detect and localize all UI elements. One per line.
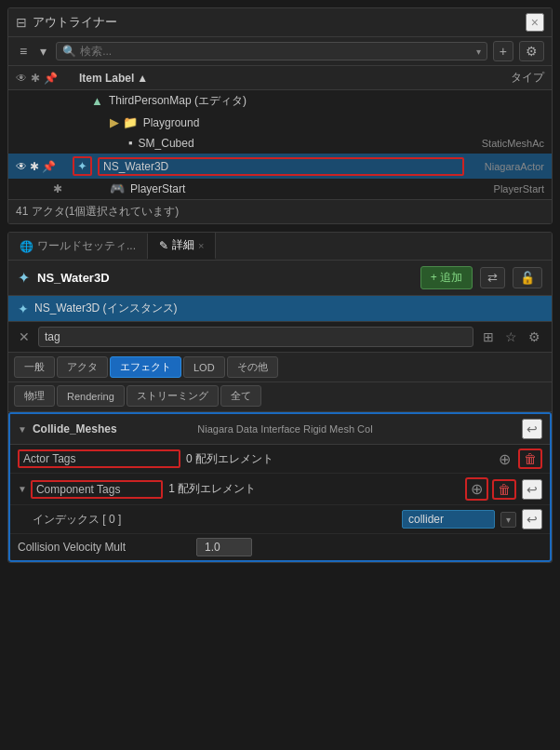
component-tags-actions: ⊕ 🗑: [465, 477, 516, 501]
component-tags-row: ▼ Component Tags 1 配列エレメント ⊕ 🗑 ↩: [10, 474, 550, 505]
index-0-dropdown[interactable]: ▾: [500, 512, 516, 528]
tree-item-type: PlayerStart: [470, 183, 544, 194]
pin-col-icon: 📌: [44, 72, 58, 85]
add-component-button[interactable]: + 追加: [420, 266, 473, 289]
section-collapse-arrow[interactable]: ▼: [18, 424, 27, 435]
details-tab-close-button[interactable]: ×: [198, 240, 204, 251]
section-type: Niagara Data Interface Rigid Mesh Col: [197, 423, 516, 435]
tab-details[interactable]: ✎ 詳細 ×: [148, 233, 216, 260]
tab-all[interactable]: 全て: [220, 385, 261, 407]
search-icon: 🔍: [62, 45, 76, 58]
outliner-toolbar: ≡ ▾ 🔍 ▾ + ⚙: [8, 37, 552, 66]
instance-bar[interactable]: ✦ NS_Water3D (インスタンス): [8, 296, 552, 322]
collision-velocity-row: Collision Velocity Mult 1.0: [10, 534, 550, 560]
component-tags-collapse[interactable]: ▼: [18, 484, 27, 494]
create-actor-button[interactable]: +: [493, 41, 513, 61]
actor-tags-add-button[interactable]: ⊕: [495, 449, 514, 469]
component-icon: ✦: [18, 269, 30, 287]
outliner-status-bar: 41 アクタ(1個選択されています): [8, 199, 552, 223]
component-name: NS_Water3D: [37, 271, 413, 285]
details-star-button[interactable]: ☆: [501, 328, 521, 346]
settings-button[interactable]: ⚙: [519, 41, 544, 61]
tree-item-label: ThirdPersonMap (エディタ): [109, 93, 464, 109]
star-icon: ✱: [30, 160, 39, 173]
tree-item-smcubed[interactable]: ▪ SM_Cubed StaticMeshAc: [8, 133, 552, 154]
index-0-row: インデックス [ 0 ] ▾ ↩: [10, 505, 550, 534]
outliner-column-headers: 👁 ✱ 📌 Item Label ▲ タイプ: [8, 66, 552, 90]
world-settings-icon: 🌐: [20, 240, 33, 253]
section-label: Collide_Meshes: [33, 422, 192, 435]
outliner-close-button[interactable]: ×: [526, 13, 544, 32]
details-panel: 🌐 ワールドセッティ... ✎ 詳細 × ✦ NS_Water3D + 追加 ⇄…: [7, 232, 553, 563]
outliner-panel: ⊟ アウトライナー × ≡ ▾ 🔍 ▾ + ⚙ 👁 ✱ 📌 Item Label…: [7, 7, 553, 224]
outliner-tree: ▲ ThirdPersonMap (エディタ) ▶ 📁 Playground ▪…: [8, 90, 552, 199]
tab-lod[interactable]: LOD: [183, 356, 225, 378]
properties-area: ▼ Collide_Meshes Niagara Data Interface …: [8, 412, 552, 562]
tree-item-nswater3d[interactable]: 👁 ✱ 📌 ✦ NS_Water3D NiagaraActor: [8, 154, 552, 179]
search-clear-button[interactable]: ✕: [16, 329, 33, 344]
mesh-icon: ▪: [128, 136, 133, 150]
details-search-row: ✕ ⊞ ☆ ⚙: [8, 322, 552, 353]
details-settings-button[interactable]: ⚙: [525, 328, 544, 346]
tab-effect[interactable]: エフェクト: [110, 356, 181, 378]
tab-general[interactable]: 一般: [14, 356, 55, 378]
tree-item-label: SM_Cubed: [139, 137, 464, 150]
type-header[interactable]: タイプ: [470, 70, 544, 86]
tree-item-type: NiagaraActor: [470, 161, 544, 172]
component-tags-reset[interactable]: ↩: [522, 479, 542, 500]
tab-actor[interactable]: アクタ: [57, 356, 108, 378]
outliner-titlebar: ⊟ アウトライナー ×: [8, 8, 552, 37]
search-actions: ⊞ ☆ ⚙: [479, 328, 544, 346]
actor-tags-actions: ⊕ 🗑: [495, 449, 542, 469]
collision-velocity-number: 1.0: [205, 541, 220, 554]
tab-world-settings[interactable]: 🌐 ワールドセッティ...: [8, 234, 148, 259]
section-header-collide-meshes: ▼ Collide_Meshes Niagara Data Interface …: [10, 414, 550, 445]
tab-streaming[interactable]: ストリーミング: [127, 385, 219, 407]
actor-tags-delete-button[interactable]: 🗑: [518, 449, 542, 469]
details-tab-bar: 🌐 ワールドセッティ... ✎ 詳細 ×: [8, 233, 552, 261]
outliner-title: アウトライナー: [33, 14, 520, 31]
tree-item-label: Playground: [143, 116, 464, 129]
outliner-search-input[interactable]: [80, 45, 473, 58]
visibility-col-icon: 👁: [16, 72, 27, 85]
world-map-icon: ▲: [91, 94, 103, 108]
section-reset-button[interactable]: ↩: [522, 419, 542, 439]
details-tab-icon: ✎: [159, 239, 168, 252]
details-grid-button[interactable]: ⊞: [479, 328, 498, 346]
item-label-header[interactable]: Item Label ▲: [79, 72, 462, 85]
tab-physics[interactable]: 物理: [14, 385, 55, 407]
component-tags-add-button[interactable]: ⊕: [465, 477, 488, 501]
component-tags-label: Component Tags: [31, 480, 163, 499]
category-tabs-row1: 一般 アクタ エフェクト LOD その他: [8, 353, 552, 382]
index-0-label: インデックス [ 0 ]: [33, 512, 396, 528]
dropdown-toggle-button[interactable]: ▾: [36, 42, 50, 60]
row-icons: ✱: [53, 182, 104, 195]
outliner-search-container: 🔍 ▾: [56, 42, 487, 60]
search-dropdown-button[interactable]: ▾: [476, 47, 481, 57]
tab-rendering[interactable]: Rendering: [57, 385, 125, 407]
actor-tags-row: Actor Tags 0 配列エレメント ⊕ 🗑: [10, 445, 550, 474]
folder-icon: ▶ 📁: [110, 115, 138, 129]
tree-item-label: NS_Water3D: [98, 157, 464, 176]
lock-button[interactable]: 🔓: [513, 267, 542, 288]
actor-tags-label: Actor Tags: [18, 449, 180, 468]
component-actions-button[interactable]: ⇄: [480, 267, 505, 288]
index-0-value-input[interactable]: [402, 510, 495, 529]
tree-item-thirdpersonmap[interactable]: ▲ ThirdPersonMap (エディタ): [8, 90, 552, 113]
details-header: ✦ NS_Water3D + 追加 ⇄ 🔓: [8, 261, 552, 296]
tab-other[interactable]: その他: [227, 356, 278, 378]
niagara-icon: ✦: [73, 156, 92, 176]
pin-icon: 📌: [42, 160, 56, 173]
row-icons: 👁 ✱ 📌: [16, 160, 67, 173]
collision-velocity-label: Collision Velocity Mult: [18, 541, 191, 554]
filter-menu-button[interactable]: ≡: [16, 42, 31, 60]
tree-item-playerstart[interactable]: ✱ 🎮 PlayerStart PlayerStart: [8, 179, 552, 199]
star-col-icon: ✱: [31, 72, 40, 85]
component-tags-delete-button[interactable]: 🗑: [492, 479, 516, 500]
actor-tags-value: 0 配列エレメント: [186, 451, 489, 467]
star-icon: ✱: [53, 182, 62, 195]
component-tags-value: 1 配列エレメント: [168, 481, 460, 497]
details-search-input[interactable]: [38, 327, 473, 347]
index-0-reset[interactable]: ↩: [522, 509, 542, 529]
tree-item-playground[interactable]: ▶ 📁 Playground: [8, 113, 552, 133]
